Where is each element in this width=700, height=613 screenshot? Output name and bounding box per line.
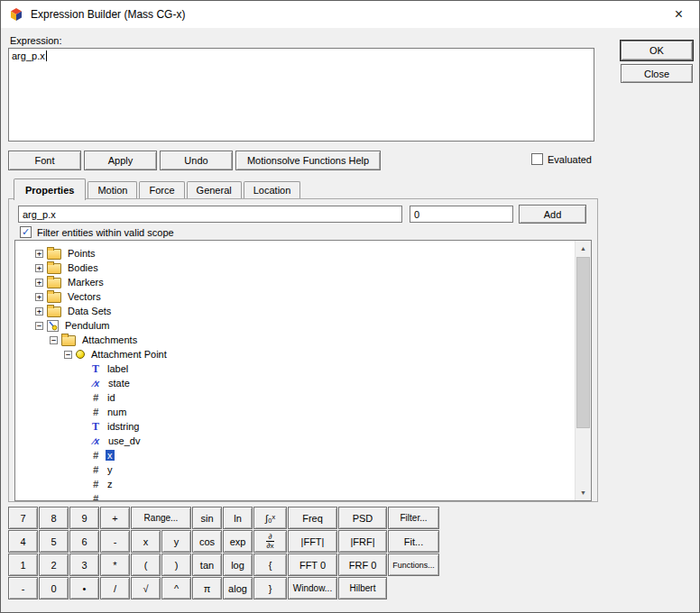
tab-force[interactable]: Force	[139, 181, 184, 198]
property-expression-input[interactable]	[18, 206, 402, 223]
keypad-button-close-brace[interactable]: }	[253, 577, 287, 599]
app-icon	[9, 7, 23, 22]
filter-scope-checkbox[interactable]: ✓	[20, 226, 32, 238]
motionsolve-functions-help-button[interactable]: Motionsolve Functions Help	[235, 151, 381, 170]
keypad-button-five[interactable]: 5	[39, 530, 69, 553]
expression-textarea[interactable]: arg_p.x	[8, 48, 594, 142]
keypad-button-alog[interactable]: alog	[223, 577, 253, 599]
close-button[interactable]: Close	[621, 64, 693, 83]
keypad-button-four[interactable]: 4	[8, 530, 38, 553]
keypad-button-tan[interactable]: tan	[192, 554, 222, 576]
keypad-button-minus[interactable]: -	[100, 530, 130, 553]
tree-scrollbar[interactable]: ▲ ▼	[575, 241, 591, 500]
keypad-button-one[interactable]: 1	[8, 554, 38, 576]
open-folder-icon	[61, 335, 76, 346]
keypad-button-six[interactable]: 6	[69, 530, 99, 553]
scroll-down-button[interactable]: ▼	[576, 485, 591, 500]
keypad-button-partial-derivative[interactable]: ∂∂x	[253, 530, 287, 553]
keypad-button-negate[interactable]: -	[8, 577, 38, 599]
keypad-button-log[interactable]: log	[223, 554, 253, 576]
tree-item-id[interactable]: #id	[15, 390, 576, 405]
tab-label: Properties	[25, 185, 74, 196]
tab-location[interactable]: Location	[244, 181, 301, 198]
keypad-button-seven[interactable]: 7	[8, 507, 38, 529]
undo-button[interactable]: Undo	[160, 151, 233, 170]
keypad-button-eight[interactable]: 8	[39, 507, 69, 529]
tree-item-data-sets[interactable]: +Data Sets	[15, 304, 576, 318]
collapse-icon[interactable]: −	[50, 336, 58, 344]
keypad-button-ln[interactable]: ln	[223, 507, 253, 529]
collapse-icon[interactable]: −	[35, 322, 43, 330]
keypad-button-decimal-point[interactable]: •	[69, 577, 99, 599]
tree-item-pendulum[interactable]: −Pendulum	[15, 318, 576, 333]
keypad-button-two[interactable]: 2	[39, 554, 69, 576]
expand-icon[interactable]: +	[35, 279, 43, 287]
keypad-button-filter[interactable]: Filter...	[388, 507, 439, 529]
tab-general[interactable]: General	[187, 181, 242, 198]
keypad-button-integral[interactable]: ∫₀ˣ	[253, 507, 287, 529]
tab-motion[interactable]: Motion	[88, 181, 137, 198]
keypad-button-zero[interactable]: 0	[39, 577, 69, 599]
keypad-button-fft-0[interactable]: FFT 0	[288, 554, 337, 576]
tree-item-bodies[interactable]: +Bodies	[15, 261, 576, 275]
evaluated-checkbox[interactable]	[531, 153, 543, 165]
tree-item-state[interactable]: ∕xstate	[15, 376, 576, 390]
tree-item-idstring[interactable]: Tidstring	[15, 419, 576, 434]
keypad-button-divide[interactable]: /	[100, 577, 130, 599]
keypad-button-open-brace[interactable]: {	[253, 554, 287, 576]
keypad-button-fit[interactable]: Fit...	[388, 530, 439, 553]
tree-item-z[interactable]: #z	[15, 477, 576, 491]
tree-item-y[interactable]: #y	[15, 462, 576, 477]
keypad-button-functions[interactable]: Functions...	[388, 554, 439, 576]
expand-icon[interactable]: +	[35, 293, 43, 301]
ok-button[interactable]: OK	[621, 41, 693, 60]
keypad-button-frf-magnitude[interactable]: |FRF|	[338, 530, 387, 553]
scroll-up-button[interactable]: ▲	[576, 241, 591, 256]
expand-icon[interactable]: +	[35, 307, 43, 316]
keypad-button-psd[interactable]: PSD	[338, 507, 387, 529]
keypad-button-power[interactable]: ^	[161, 577, 191, 599]
expand-icon[interactable]: +	[35, 250, 43, 258]
keypad-button-open-paren[interactable]: (	[131, 554, 161, 576]
numeric-field-icon: #	[90, 479, 101, 489]
tree-item-markers[interactable]: +Markers	[15, 275, 576, 289]
keypad-button-sin[interactable]: sin	[192, 507, 222, 529]
value-input[interactable]	[410, 206, 513, 223]
keypad-button-fft-magnitude[interactable]: |FFT|	[288, 530, 337, 553]
tree-item-num[interactable]: #num	[15, 405, 576, 419]
keypad-button-close-paren[interactable]: )	[161, 554, 191, 576]
window-close-button[interactable]: ×	[659, 1, 699, 28]
scrollbar-thumb[interactable]	[576, 257, 590, 428]
apply-button[interactable]: Apply	[84, 151, 157, 170]
tree-item-attachments[interactable]: −Attachments	[15, 333, 576, 347]
font-button[interactable]: Font	[8, 151, 81, 170]
collapse-icon[interactable]: −	[64, 351, 72, 359]
keypad-button-window[interactable]: Window...	[288, 577, 337, 599]
tree-item-x[interactable]: #x	[15, 448, 576, 462]
keypad-button-multiply[interactable]: *	[100, 554, 130, 576]
keypad-button-freq[interactable]: Freq	[288, 507, 337, 529]
keypad-button-three[interactable]: 3	[69, 554, 99, 576]
keypad-button-range[interactable]: Range...	[131, 507, 191, 529]
keypad-button-frf-0[interactable]: FRF 0	[338, 554, 387, 576]
keypad-button-x[interactable]: x	[131, 530, 161, 553]
down-arrow-icon: ▼	[580, 489, 586, 496]
tree-item-clipped[interactable]: #	[15, 491, 576, 501]
keypad-button-pi[interactable]: π	[192, 577, 222, 599]
tree-item-label[interactable]: Tlabel	[15, 361, 576, 376]
keypad-button-exp[interactable]: exp	[223, 530, 253, 553]
add-button[interactable]: Add	[519, 205, 586, 224]
keypad-button-plus[interactable]: +	[100, 507, 130, 529]
keypad-button-y[interactable]: y	[161, 530, 191, 553]
tree-item-use-dv[interactable]: ∕xuse_dv	[15, 434, 576, 448]
keypad: 789+Range...sinln∫₀ˣFreqPSDFilter...456-…	[8, 507, 439, 599]
expand-icon[interactable]: +	[35, 264, 43, 272]
keypad-button-sqrt[interactable]: √	[131, 577, 161, 599]
tree-item-vectors[interactable]: +Vectors	[15, 289, 576, 304]
tree-item-attachment-point[interactable]: −Attachment Point	[15, 347, 576, 361]
keypad-button-cos[interactable]: cos	[192, 530, 222, 553]
tree-item-points[interactable]: +Points	[15, 246, 576, 261]
keypad-button-hilbert[interactable]: Hilbert	[338, 577, 387, 599]
keypad-button-nine[interactable]: 9	[69, 507, 99, 529]
tab-properties[interactable]: Properties	[14, 178, 86, 200]
